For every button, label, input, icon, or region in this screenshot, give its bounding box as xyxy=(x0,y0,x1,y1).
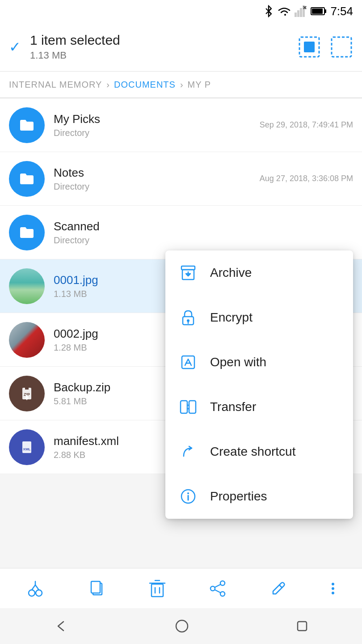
transfer-icon xyxy=(179,398,198,416)
menu-item-properties-label: Properties xyxy=(210,489,267,504)
menu-item-create-shortcut[interactable]: Create shortcut xyxy=(165,429,353,474)
svg-rect-23 xyxy=(182,356,194,369)
shortcut-icon xyxy=(179,442,198,461)
menu-item-transfer-label: Transfer xyxy=(210,400,256,414)
svg-point-29 xyxy=(187,492,189,494)
menu-item-transfer[interactable]: Transfer xyxy=(165,385,353,429)
menu-item-open-with-label: Open with xyxy=(210,355,266,369)
menu-item-archive-label: Archive xyxy=(210,266,252,280)
menu-item-create-shortcut-label: Create shortcut xyxy=(210,445,295,459)
context-menu: Archive Encrypt xyxy=(165,250,353,519)
menu-item-encrypt[interactable]: Encrypt xyxy=(165,295,353,340)
archive-icon xyxy=(179,263,198,282)
context-menu-overlay[interactable]: Archive Encrypt xyxy=(0,0,362,644)
svg-rect-26 xyxy=(189,401,196,413)
menu-item-properties[interactable]: Properties xyxy=(165,474,353,519)
open-with-icon xyxy=(179,353,198,372)
lock-icon xyxy=(179,308,198,327)
svg-rect-25 xyxy=(181,401,187,413)
menu-item-open-with[interactable]: Open with xyxy=(165,340,353,385)
menu-item-encrypt-label: Encrypt xyxy=(210,310,253,325)
menu-item-archive[interactable]: Archive xyxy=(165,250,353,295)
info-icon xyxy=(179,487,198,506)
